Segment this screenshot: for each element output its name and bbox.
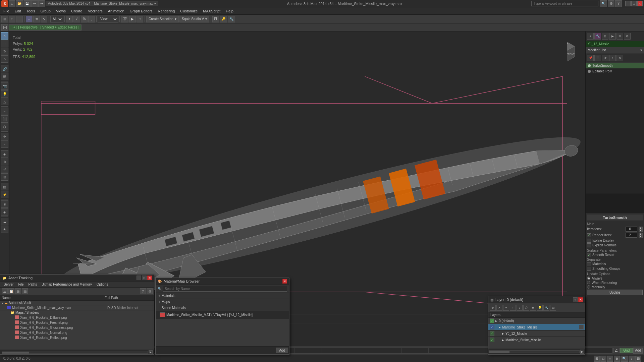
asset-row-maxfile[interactable]: Maritime_Strike_Missile_max_vray.max D:\… xyxy=(0,305,154,310)
asset-row-vault[interactable]: ▸ ☁Autodesk Vault xyxy=(0,301,154,305)
select-by-name-btn[interactable]: ☰ xyxy=(16,16,23,22)
frame-display[interactable]: Z: xyxy=(613,348,620,353)
at-options-menu[interactable]: Options xyxy=(95,282,110,287)
at-maximize-btn[interactable]: □ xyxy=(142,276,147,280)
asset-row-diffuse[interactable]: Xian_H-6_Rockets_Diffuse.png xyxy=(0,315,154,320)
select-region-btn[interactable]: □ xyxy=(9,16,15,22)
lt-render[interactable]: ◈ xyxy=(1,208,8,216)
at-scroll-right[interactable]: ▶ xyxy=(149,350,153,354)
rotate-btn[interactable]: ↻ xyxy=(33,16,40,22)
layer-vis-2[interactable]: ✓ xyxy=(490,331,494,336)
ts-smoothing-groups-check[interactable] xyxy=(587,267,591,271)
ts-update-btn[interactable]: Update xyxy=(587,290,643,295)
add-key-btn[interactable]: Add xyxy=(633,348,643,354)
menu-help[interactable]: Help xyxy=(223,8,236,14)
lt-spacewarp[interactable]: ≈ xyxy=(1,140,8,148)
at-tb-1[interactable]: ☁ xyxy=(2,288,8,294)
view-select[interactable]: View xyxy=(98,16,118,22)
render-production-btn[interactable]: ▶ xyxy=(129,16,136,22)
lt-light[interactable]: 💡 xyxy=(1,90,8,98)
move-btn[interactable]: ↔ xyxy=(26,16,33,22)
vp-ctrl-7[interactable]: ⊡ xyxy=(635,356,641,362)
lt-select-filter[interactable]: ◈ xyxy=(1,150,8,158)
layer-vis-0[interactable]: ✓ xyxy=(490,318,494,323)
vp-plus-btn[interactable]: [+] xyxy=(1,24,8,31)
search-input[interactable] xyxy=(531,1,598,6)
vp-ctrl-6[interactable]: ↕ xyxy=(629,356,635,362)
menu-tools[interactable]: Tools xyxy=(24,8,38,14)
menu-create[interactable]: Create xyxy=(68,8,85,14)
menu-modifiers[interactable]: Modifiers xyxy=(85,8,105,14)
motion-tab[interactable]: ▶ xyxy=(609,33,616,40)
snap-toggle-btn[interactable]: ✦ xyxy=(66,16,73,22)
lt-link[interactable]: 🔗 xyxy=(1,65,8,72)
asset-row-reflect[interactable]: Xian_H-6_Rockets_Reflect.png xyxy=(0,335,154,340)
ts-explicit-normals-check[interactable] xyxy=(587,243,591,247)
scale-btn[interactable]: ⤡ xyxy=(41,16,47,22)
hierarchy-tab[interactable]: ⊞ xyxy=(602,33,608,40)
layers-tb-7[interactable]: ◉ xyxy=(530,305,536,311)
modifier-list-header[interactable]: Modifier List ▾ xyxy=(586,47,644,53)
layer-vis-1[interactable]: ✓ xyxy=(490,325,494,329)
new-btn[interactable]: □ xyxy=(9,0,15,7)
display-tab[interactable]: 👁 xyxy=(616,33,623,40)
mod-remove-btn[interactable]: ✕ xyxy=(616,55,623,61)
layers-tb-2[interactable]: ✕ xyxy=(496,305,502,311)
vp-ctrl-3[interactable]: ⌗ xyxy=(607,356,613,362)
at-help-btn[interactable]: ? xyxy=(140,288,146,294)
menu-edit[interactable]: Edit xyxy=(12,8,24,14)
redo-btn[interactable]: ↪ xyxy=(38,0,45,7)
lt-layer-mgr[interactable]: ▤ xyxy=(1,183,8,190)
create-selection-btn[interactable]: Create Selection ▾ xyxy=(146,16,179,22)
lt-camera[interactable]: 📷 xyxy=(1,82,8,90)
percent-snap-btn[interactable]: % xyxy=(81,16,88,22)
ts-always-radio[interactable] xyxy=(587,277,590,280)
modify-tab[interactable]: 🔧 xyxy=(594,33,601,40)
layers-tb-3[interactable]: + xyxy=(503,305,509,311)
at-file-menu[interactable]: File xyxy=(16,282,25,287)
lt-scene-xplr[interactable]: ⚡ xyxy=(1,191,8,198)
menu-graph-editors[interactable]: Graph Editors xyxy=(127,8,155,14)
ts-render-spinner[interactable]: ▲ ▼ xyxy=(639,233,643,238)
save-btn[interactable]: 💾 xyxy=(23,0,31,7)
mat-scene-item[interactable]: Maritime_Strike_Missile_MAT ( VRayMtl ) … xyxy=(158,312,286,318)
squid-studio-btn[interactable]: Squid Studio V ▾ xyxy=(179,16,209,22)
lt-scale[interactable]: ⤡ xyxy=(1,55,8,63)
layers-tb-10[interactable]: ▤ xyxy=(550,305,556,311)
menu-customize[interactable]: Customize xyxy=(177,8,200,14)
help-icon[interactable]: ? xyxy=(615,0,622,7)
layers-tb-1[interactable]: ⊕ xyxy=(490,305,496,311)
turbosmooh-modifier[interactable]: TurboSmooth xyxy=(586,63,644,68)
close-btn[interactable]: ✕ xyxy=(637,1,643,6)
auto-key-toggle[interactable]: Grid xyxy=(620,348,633,353)
mod-pin-btn[interactable]: 📌 xyxy=(587,55,594,61)
at-server-menu[interactable]: Server xyxy=(2,282,15,287)
asset-row-fresnel[interactable]: Xian_H-6_Rockets_Fresnel.png xyxy=(0,320,154,325)
layers-scrollbar[interactable] xyxy=(489,350,580,353)
create-tab[interactable]: ✦ xyxy=(587,33,594,40)
layers-tb-4[interactable]: ↑ xyxy=(510,305,516,311)
filter-select[interactable]: All xyxy=(50,16,63,22)
mat-maps-header[interactable]: + Maps xyxy=(156,299,289,305)
mat-add-btn[interactable]: Add xyxy=(276,348,288,353)
workspace-selector[interactable]: Autodesk 3ds Max 2014 x64 – Maritime_Str… xyxy=(46,1,158,6)
auto-key-btn[interactable]: 🎞 xyxy=(212,16,219,22)
asset-row-maps[interactable]: 📁Maps / Shaders xyxy=(0,310,154,315)
vp-ctrl-5[interactable]: 🔍 xyxy=(621,356,628,362)
ts-iter-down[interactable]: ▼ xyxy=(639,229,643,232)
lt-move[interactable]: ↔ xyxy=(1,40,8,47)
mat-search-input[interactable] xyxy=(163,286,287,292)
ts-iter-spinner[interactable]: ▲ ▼ xyxy=(639,227,643,232)
editable-poly-modifier[interactable]: Editable Poly xyxy=(586,68,644,74)
spinner-snap-btn[interactable]: ⋮ xyxy=(88,16,95,22)
set-key-btn[interactable]: 🔑 xyxy=(220,16,227,22)
layer-row-yj12[interactable]: ✓ ▸ YJ_12_Missile xyxy=(488,330,585,337)
layers-close-btn[interactable]: ✕ xyxy=(578,297,583,302)
vp-ctrl-2[interactable]: □ xyxy=(600,356,606,362)
lt-rotate[interactable]: ↻ xyxy=(1,48,8,55)
asset-row-normal[interactable]: Xian_H-6_Rockets_Normal.png xyxy=(0,330,154,335)
utilities-tab[interactable]: ⚙ xyxy=(624,33,631,40)
undo-btn[interactable]: ↩ xyxy=(31,0,38,7)
settings-icon[interactable]: ⚙ xyxy=(608,0,614,7)
ts-iter-up[interactable]: ▲ xyxy=(639,227,643,229)
